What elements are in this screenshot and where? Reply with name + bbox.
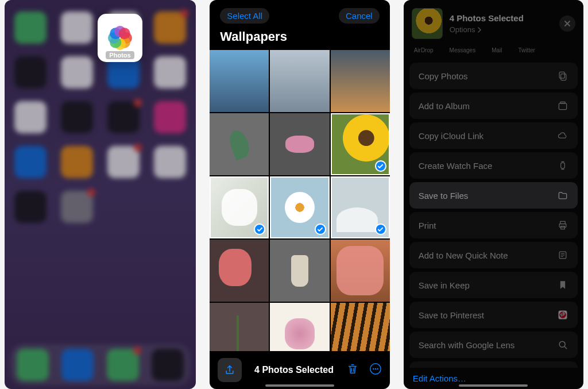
action-label: Create Watch Face [419,161,493,171]
cancel-button[interactable]: Cancel [339,8,380,24]
action-search[interactable]: Search with Google Lens [409,332,578,358]
photos-app-label: Photos [106,51,134,59]
action-label: Copy Photos [419,71,468,81]
more-button[interactable] [369,363,382,378]
photo-thumb[interactable] [331,50,390,112]
photos-app-icon [107,25,133,51]
action-album[interactable]: Add to Album [409,93,578,119]
check-icon [375,224,386,235]
svg-rect-10 [559,224,566,228]
action-cloud[interactable]: Copy iCloud Link [409,122,578,149]
app-icon[interactable] [61,146,93,178]
action-print[interactable]: Print [409,212,578,238]
svg-point-3 [377,368,378,369]
bookmark-icon [557,279,568,291]
action-copy[interactable]: Copy Photos [409,63,578,89]
selection-header: Select All Cancel [210,0,389,27]
app-icon[interactable] [61,101,93,133]
photo-thumb-selected[interactable] [270,176,329,238]
app-icon[interactable] [61,11,93,44]
select-all-button[interactable]: Select All [220,8,269,24]
app-icon[interactable] [61,56,93,88]
app-icon[interactable] [61,191,93,223]
copy-icon [557,70,568,82]
photo-thumb[interactable] [210,303,269,351]
note-icon [557,249,568,261]
share-header: 4 Photos Selected Options [404,0,583,45]
photo-thumb[interactable] [270,50,329,112]
svg-rect-6 [559,103,566,110]
app-icon[interactable] [107,101,140,133]
cloud-icon [557,130,568,141]
photo-thumb[interactable] [210,113,269,175]
album-title: Wallpapers [210,27,389,50]
action-label: Save in Keep [419,280,470,290]
photo-thumb[interactable] [331,303,390,351]
photo-thumb-selected[interactable] [331,113,390,175]
pinterest-icon [557,309,568,321]
share-target-airdrop[interactable]: AirDrop [414,47,434,53]
trash-button[interactable] [346,363,359,378]
photos-selection-panel: Select All Cancel Wallpapers 4 P [210,0,389,389]
share-target-messages[interactable]: Messages [450,47,476,53]
photos-app-popup[interactable]: Photos [98,14,142,62]
share-preview-thumb [412,8,443,39]
action-label: Save to Pinterest [419,310,484,320]
dock-music-icon[interactable] [152,349,184,381]
action-label: Add to New Quick Note [419,251,508,260]
action-label: Save to Files [419,191,469,201]
photo-thumb[interactable] [210,240,269,302]
selected-count: 4 Photos Selected [247,365,340,375]
photo-grid [210,50,389,351]
photo-thumb[interactable] [270,113,329,175]
check-icon [315,224,326,235]
home-screen-panel: Photos [5,0,196,389]
check-icon [254,224,265,235]
share-target-twitter[interactable]: Twitter [518,47,535,53]
app-icon[interactable] [14,146,47,178]
action-pinterest[interactable]: Save to Pinterest [409,302,578,328]
svg-rect-7 [560,102,565,103]
app-icon[interactable] [14,101,47,133]
app-icon[interactable] [154,101,186,133]
share-sheet-panel: 4 Photos Selected Options AirDrop Messag… [404,0,583,389]
home-dock [10,344,190,386]
close-icon [564,20,571,27]
action-note[interactable]: Add to New Quick Note [409,242,578,268]
action-stack[interactable]: PDF converter [409,361,578,368]
dock-safari-icon[interactable] [61,349,94,381]
action-label: Add to Album [419,101,470,111]
action-folder[interactable]: Save to Files [409,182,578,209]
app-icon[interactable] [14,191,47,223]
check-icon [375,160,386,172]
action-watch[interactable]: Create Watch Face [409,152,578,179]
photo-thumb[interactable] [270,303,329,351]
action-label: Print [419,221,436,230]
home-indicator [459,384,528,387]
dock-messages-icon[interactable] [107,349,139,381]
home-indicator [265,384,334,387]
bottom-bar: 4 Photos Selected [210,351,389,389]
dock-phone-icon[interactable] [17,349,49,381]
svg-point-15 [559,341,565,347]
app-icon[interactable] [154,11,186,44]
svg-rect-4 [561,74,566,80]
photo-thumb[interactable] [270,240,329,302]
app-icon[interactable] [107,146,140,178]
photo-thumb[interactable] [331,240,390,302]
app-icon[interactable] [154,56,186,88]
app-icon[interactable] [14,11,47,44]
close-button[interactable] [559,16,575,32]
app-icon[interactable] [14,56,47,88]
photo-thumb-selected[interactable] [331,176,390,238]
action-bookmark[interactable]: Save in Keep [409,272,578,298]
share-app-row: AirDrop Messages Mail Twitter [404,45,583,59]
photo-thumb[interactable] [210,50,269,112]
share-button[interactable] [218,358,242,382]
share-options-button[interactable]: Options [450,25,552,34]
share-target-mail[interactable]: Mail [492,47,502,53]
svg-point-1 [373,368,374,369]
photo-thumb-selected[interactable] [210,176,269,238]
action-label: Copy iCloud Link [419,131,483,141]
app-icon[interactable] [154,146,186,178]
